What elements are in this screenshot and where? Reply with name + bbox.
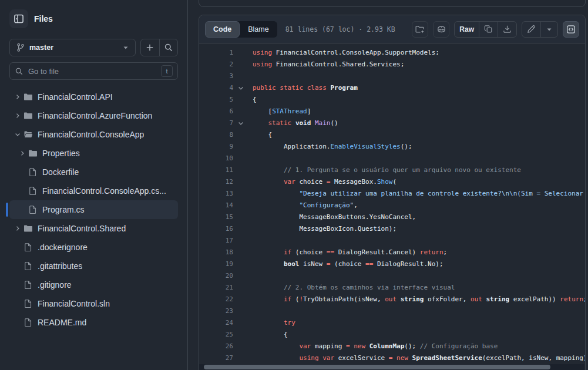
- edit-more-button[interactable]: [540, 22, 557, 37]
- line-number[interactable]: 21: [199, 282, 233, 294]
- code-line-text: [STAThread]: [248, 106, 311, 117]
- tree-item-financialcontrol-api[interactable]: FinancialControl.API: [9, 88, 178, 106]
- tree-item-dockerfile[interactable]: Dockerfile: [9, 163, 178, 181]
- code-line-text: MessageBoxIcon.Question);: [248, 223, 397, 235]
- search-tree-button[interactable]: [159, 39, 178, 56]
- copilot-button[interactable]: [433, 21, 449, 38]
- line-number[interactable]: 3: [199, 70, 233, 82]
- tree-item-financialcontrol-shared[interactable]: FinancialControl.Shared: [9, 219, 178, 238]
- line-number[interactable]: 19: [199, 258, 233, 270]
- file-icon: [23, 318, 33, 327]
- line-number[interactable]: 11: [199, 164, 233, 176]
- folder-sparkle-button[interactable]: [412, 21, 428, 38]
- line-number[interactable]: 14: [199, 200, 233, 211]
- tree-item-financialcontrol-consoleapp-cs-[interactable]: FinancialControl.ConsoleApp.cs...: [9, 181, 178, 200]
- fold-chevron-down-icon[interactable]: [233, 117, 248, 129]
- tree-item--gitattributes[interactable]: .gitattributes: [9, 257, 178, 275]
- line-number[interactable]: 2: [199, 59, 233, 70]
- line-number[interactable]: 5: [199, 94, 233, 106]
- line-number[interactable]: 18: [199, 247, 233, 258]
- add-file-button[interactable]: [141, 39, 159, 56]
- symbols-panel-button[interactable]: [563, 21, 579, 38]
- tab-code[interactable]: Code: [205, 21, 240, 38]
- line-number[interactable]: 1: [199, 47, 233, 59]
- line-number[interactable]: 22: [199, 294, 233, 305]
- code-blame-switch: Code Blame: [205, 21, 277, 38]
- edit-button[interactable]: [522, 22, 540, 37]
- line-number[interactable]: 6: [199, 106, 233, 117]
- code-line-text: // 2. Obtém os caminhos via interface vi…: [248, 282, 455, 294]
- code-line: 24 try: [199, 317, 585, 329]
- fold-spacer: [233, 106, 248, 117]
- pencil-icon: [527, 25, 536, 33]
- line-number[interactable]: 13: [199, 188, 233, 200]
- file-tree-sidebar: Files master: [0, 0, 188, 370]
- tree-item--dockerignore[interactable]: .dockerignore: [9, 238, 178, 257]
- code-line-text: {: [248, 329, 288, 341]
- chevron-right-icon[interactable]: [13, 93, 22, 100]
- chevron-down-icon[interactable]: [13, 131, 22, 138]
- line-number[interactable]: 25: [199, 329, 233, 341]
- line-number[interactable]: 26: [199, 341, 233, 352]
- line-number[interactable]: 10: [199, 153, 233, 164]
- code-line-text: bool isNew = (choice == DialogResult.No)…: [248, 258, 443, 270]
- branch-name: master: [29, 43, 53, 52]
- code-line-text: [248, 270, 253, 282]
- raw-button[interactable]: Raw: [455, 22, 479, 37]
- code-line-text: using FinancialControl.ConsoleApp.Suppor…: [248, 47, 439, 59]
- copy-button[interactable]: [479, 22, 498, 37]
- line-number[interactable]: 17: [199, 235, 233, 247]
- tree-item-properties[interactable]: Properties: [9, 144, 178, 163]
- code-line: 1using FinancialControl.ConsoleApp.Suppo…: [199, 47, 585, 59]
- horizontal-scrollbar-thumb[interactable]: [204, 365, 550, 369]
- folder-open-icon: [23, 130, 33, 139]
- code-line: 14 "Configuração",: [199, 200, 585, 211]
- code-panel-header: Code Blame 81 lines (67 loc) · 2.93 KB: [199, 15, 585, 43]
- tab-blame[interactable]: Blame: [240, 21, 277, 38]
- line-number[interactable]: 12: [199, 176, 233, 188]
- go-to-file-input[interactable]: [27, 66, 157, 76]
- tree-item--gitignore[interactable]: .gitignore: [9, 275, 178, 294]
- line-number[interactable]: 27: [199, 352, 233, 364]
- chevron-right-icon[interactable]: [18, 150, 27, 157]
- tree-item-label: FinancialControl.ConsoleApp.cs...: [42, 186, 166, 196]
- panel-left-icon: [14, 14, 24, 24]
- tree-item-program-cs[interactable]: Program.cs: [9, 200, 178, 219]
- tree-item-label: .gitignore: [38, 280, 72, 290]
- chevron-right-icon[interactable]: [13, 112, 22, 119]
- tree-item-label: .gitattributes: [38, 261, 82, 271]
- horizontal-scrollbar: [199, 364, 584, 370]
- fold-spacer: [233, 200, 248, 211]
- tree-item-label: FinancialControl.AzureFunction: [38, 111, 152, 120]
- file-icon: [28, 186, 38, 196]
- fold-spacer: [233, 141, 248, 153]
- code-line: 9 Application.EnableVisualStyles();: [199, 141, 585, 153]
- code-line: 13 "Deseja utilizar uma planilha de cont…: [199, 188, 585, 200]
- line-number[interactable]: 7: [199, 117, 233, 129]
- chevron-down-icon: [546, 26, 553, 33]
- tree-item-financialcontrol-sln[interactable]: FinancialControl.sln: [9, 294, 178, 313]
- sidebar-header: Files: [9, 9, 178, 28]
- code-line: 19 bool isNew = (choice == DialogResult.…: [199, 258, 585, 270]
- line-number[interactable]: 24: [199, 317, 233, 329]
- copilot-icon: [436, 24, 446, 34]
- fold-chevron-down-icon[interactable]: [233, 82, 248, 94]
- line-number[interactable]: 9: [199, 141, 233, 153]
- chevron-right-icon[interactable]: [13, 225, 22, 232]
- code-line: 10: [199, 153, 585, 164]
- branch-selector[interactable]: master: [9, 39, 136, 56]
- code-content: 1using FinancialControl.ConsoleApp.Suppo…: [199, 43, 585, 364]
- tree-item-label: .dockerignore: [38, 243, 88, 252]
- tree-item-readme-md[interactable]: README.md: [9, 313, 178, 332]
- line-number[interactable]: 15: [199, 211, 233, 223]
- line-number[interactable]: 23: [199, 305, 233, 317]
- tree-item-financialcontrol-azurefunction[interactable]: FinancialControl.AzureFunction: [9, 106, 178, 125]
- line-number[interactable]: 20: [199, 270, 233, 282]
- download-button[interactable]: [498, 22, 516, 37]
- line-number[interactable]: 4: [199, 82, 233, 94]
- line-number[interactable]: 16: [199, 223, 233, 235]
- collapse-sidebar-button[interactable]: [9, 9, 28, 28]
- shortcut-key-badge: t: [161, 65, 173, 77]
- line-number[interactable]: 8: [199, 129, 233, 141]
- tree-item-financialcontrol-consoleapp[interactable]: FinancialControl.ConsoleApp: [9, 125, 178, 144]
